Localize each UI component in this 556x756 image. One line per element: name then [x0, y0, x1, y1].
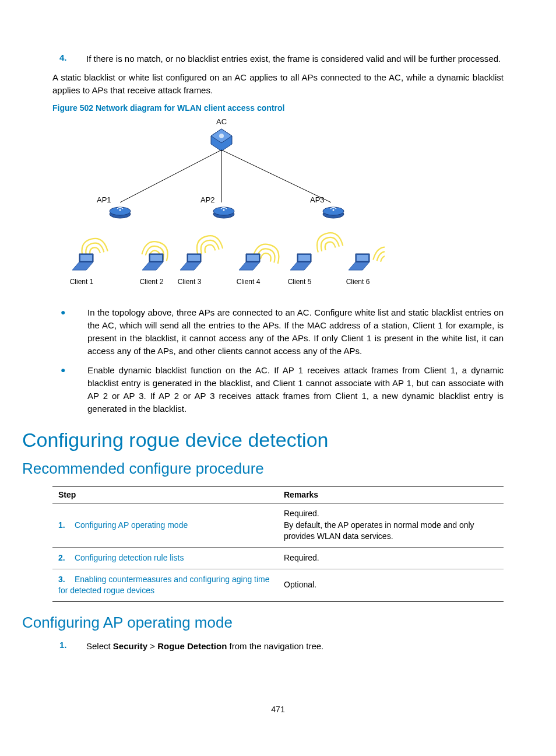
remarks-cell: Optional.	[278, 569, 504, 601]
bullet-marker: ●	[52, 364, 87, 415]
ac-node-icon	[211, 129, 232, 151]
heading-rogue-detection: Configuring rogue device detection	[22, 429, 504, 452]
bullet-item: ● Enable dynamic blacklist function on t…	[52, 364, 504, 415]
table-row: 1. Configuring AP operating mode Require…	[52, 503, 504, 548]
svg-line-6	[221, 150, 331, 202]
client1-icon	[72, 254, 93, 270]
heading-ap-operating-mode: Configuring AP operating mode	[22, 614, 504, 632]
ap3-wave-right	[373, 244, 385, 267]
ap1-icon	[110, 205, 131, 218]
nav-security: Security	[113, 641, 147, 651]
client6-label: Client 6	[346, 278, 370, 286]
ap2-icon	[213, 205, 234, 218]
client5-icon	[290, 254, 311, 270]
client3-label: Client 3	[178, 278, 202, 286]
bullet-text: Enable dynamic blacklist function on the…	[87, 364, 504, 415]
heading-recommended-procedure: Recommended configure procedure	[22, 460, 504, 478]
list-number: 1.	[52, 640, 86, 653]
ordered-list-item-1: 1. Select Security > Rogue Detection fro…	[52, 640, 504, 653]
step-link[interactable]: Configuring AP operating mode	[75, 520, 188, 530]
table-header-step: Step	[52, 487, 278, 503]
step-number: 2.	[58, 552, 72, 564]
ap2-wave-left	[194, 233, 223, 256]
table-header-remarks: Remarks	[278, 487, 504, 503]
remarks-cell: Required.	[278, 548, 504, 569]
network-diagram: AC AP1 AP2 AP3 Client 1 Client 2 Client …	[58, 115, 385, 296]
ap3-icon	[323, 205, 344, 218]
step-link[interactable]: Enabling countermeasures and configuring…	[58, 575, 270, 596]
list-number: 4.	[52, 52, 86, 65]
svg-line-4	[120, 150, 221, 202]
ac-label: AC	[216, 117, 227, 126]
client2-icon	[142, 254, 163, 270]
bullet-item: ● In the topology above, three APs are c…	[52, 306, 504, 357]
paragraph-static-list: A static blacklist or white list configu…	[52, 71, 504, 97]
ordered-list-item-4: 4. If there is no match, or no blacklist…	[52, 52, 504, 65]
client4-icon	[239, 254, 260, 270]
client2-label: Client 2	[140, 278, 164, 286]
list-text: Select Security > Rogue Detection from t…	[86, 640, 504, 653]
figure-caption: Figure 502 Network diagram for WLAN clie…	[52, 103, 504, 113]
step-number: 3.	[58, 574, 72, 586]
client6-icon	[349, 254, 370, 270]
page-number: 471	[0, 705, 556, 714]
ap2-label: AP2	[200, 195, 215, 204]
client3-icon	[180, 254, 201, 270]
step-link[interactable]: Configuring detection rule lists	[75, 553, 184, 562]
procedure-table: Step Remarks 1. Configuring AP operating…	[52, 486, 504, 602]
remarks-cell: Required. By default, the AP operates in…	[278, 503, 504, 548]
table-row: 2. Configuring detection rule lists Requ…	[52, 548, 504, 569]
ap3-wave-left	[314, 230, 343, 253]
nav-rogue-detection: Rogue Detection	[157, 641, 227, 651]
ap3-label: AP3	[310, 195, 325, 204]
table-row: 3. Enabling countermeasures and configur…	[52, 569, 504, 601]
step-number: 1.	[58, 520, 72, 531]
list-text: If there is no match, or no blacklist en…	[86, 52, 504, 65]
client5-label: Client 5	[288, 278, 312, 286]
client1-label: Client 1	[70, 278, 94, 286]
ap1-label: AP1	[97, 195, 111, 204]
bullet-text: In the topology above, three APs are con…	[87, 306, 504, 357]
bullet-marker: ●	[52, 306, 87, 357]
bullet-list: ● In the topology above, three APs are c…	[52, 306, 504, 415]
client4-label: Client 4	[237, 278, 261, 286]
